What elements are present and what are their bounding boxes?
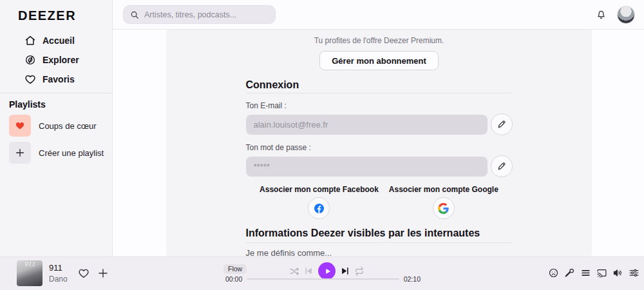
facebook-icon: [313, 202, 325, 215]
sidebar: DEEZER Accueil Explorer Favoris Playlist…: [0, 0, 113, 256]
heart-icon: [15, 121, 25, 131]
volume-button[interactable]: [612, 267, 623, 278]
account-settings-panel: Tu profites de l'offre Deezer Premium. G…: [166, 30, 592, 256]
sidebar-item-accueil[interactable]: Accueil: [0, 31, 112, 50]
playlist-item-coups-de-coeur[interactable]: Coups de cœur: [0, 112, 112, 139]
settings-inner: Tu profites de l'offre Deezer Premium. G…: [246, 36, 513, 256]
plus-icon: [97, 267, 109, 279]
google-link-column: Associer mon compte Google: [389, 185, 498, 219]
email-field[interactable]: [246, 115, 488, 135]
facebook-link-column: Associer mon compte Facebook: [260, 185, 379, 219]
password-field[interactable]: [246, 157, 488, 177]
previous-track-button[interactable]: [304, 266, 314, 276]
play-icon: [323, 267, 332, 275]
pencil-edit-icon: [497, 161, 507, 171]
duration-time: 02:10: [404, 275, 421, 283]
album-art-text: 911: [17, 261, 43, 267]
album-art[interactable]: 911: [17, 260, 43, 286]
user-avatar[interactable]: [617, 6, 635, 24]
search-input[interactable]: [144, 10, 269, 19]
favorite-track-button[interactable]: [78, 267, 90, 279]
next-icon: [340, 266, 350, 276]
dislike-face-icon: [548, 267, 559, 278]
sidebar-item-label: Accueil: [43, 35, 75, 46]
email-field-row: [246, 113, 513, 135]
link-facebook-button[interactable]: [308, 197, 330, 219]
social-link-row: Associer mon compte Facebook Associer mo…: [246, 185, 513, 219]
cast-icon: [596, 267, 607, 278]
audio-settings-button[interactable]: [629, 267, 639, 278]
playlists-heading: Playlists: [0, 93, 112, 112]
queue-button[interactable]: [580, 267, 591, 278]
create-playlist-button[interactable]: Créer une playlist: [0, 139, 112, 166]
section-divider: [246, 93, 513, 93]
track-title[interactable]: 911: [49, 263, 68, 273]
plus-icon: [15, 148, 25, 158]
facebook-link-label: Associer mon compte Facebook: [260, 185, 379, 194]
now-playing-info: 911 911 Dano: [17, 260, 109, 286]
track-info: 911 Dano: [49, 263, 68, 284]
topbar: [113, 0, 644, 30]
previous-icon: [304, 266, 314, 276]
home-icon: [24, 35, 36, 46]
edit-email-button[interactable]: [491, 113, 513, 135]
player-bar: 911 911 Dano Flow: [0, 256, 644, 290]
section-divider: [246, 242, 513, 243]
google-icon: [438, 203, 449, 214]
cast-button[interactable]: [596, 267, 607, 278]
create-playlist-tile: [9, 142, 31, 164]
password-label: Ton mot de passe :: [246, 143, 513, 152]
playlist-item-label: Coups de cœur: [39, 121, 97, 131]
dislike-button[interactable]: [548, 267, 559, 278]
next-track-button[interactable]: [340, 266, 350, 276]
pencil-edit-icon: [497, 119, 507, 130]
track-artist[interactable]: Dano: [49, 275, 68, 284]
heart-icon: [24, 73, 36, 85]
topbar-right: [596, 6, 644, 24]
public-info-section-heading: Informations Deezer visibles par les int…: [246, 228, 513, 238]
connection-section-heading: Connexion: [246, 80, 513, 90]
sidebar-item-explorer[interactable]: Explorer: [0, 50, 112, 70]
edit-password-button[interactable]: [491, 155, 513, 177]
microphone-icon: [564, 267, 575, 278]
volume-icon: [612, 267, 623, 278]
search-bar[interactable]: [123, 5, 276, 24]
sidebar-item-label: Favoris: [43, 74, 75, 84]
progress-bar[interactable]: [247, 278, 399, 280]
heart-icon: [78, 267, 90, 279]
premium-offer-note: Tu profites de l'offre Deezer Premium.: [246, 36, 513, 45]
sidebar-nav: Accueil Explorer Favoris: [0, 31, 112, 89]
define-myself-label: Je me définis comme...: [246, 248, 513, 256]
timeline: 00:00 02:10: [225, 275, 421, 283]
flow-badge[interactable]: Flow: [223, 264, 247, 274]
elapsed-time: 00:00: [225, 275, 242, 283]
add-to-playlist-button[interactable]: [97, 267, 109, 279]
deezer-logo: DEEZER: [0, 0, 112, 23]
queue-icon: [580, 267, 591, 278]
email-label: Ton E-mail :: [246, 101, 513, 110]
google-link-label: Associer mon compte Google: [389, 185, 498, 194]
compass-icon: [24, 54, 36, 66]
sidebar-item-favoris[interactable]: Favoris: [0, 70, 112, 89]
favorites-heart-tile: [9, 115, 31, 137]
notifications-bell-button[interactable]: [596, 9, 607, 20]
sliders-icon: [629, 267, 639, 278]
player-right-controls: [548, 267, 639, 278]
manage-subscription-button[interactable]: Gérer mon abonnement: [319, 51, 439, 70]
password-field-row: [246, 155, 513, 177]
search-icon: [130, 10, 139, 19]
lyrics-button[interactable]: [564, 267, 575, 278]
main-content: Tu profites de l'offre Deezer Premium. G…: [113, 30, 644, 256]
sidebar-item-label: Explorer: [43, 55, 79, 65]
link-google-button[interactable]: [433, 197, 455, 219]
playlist-item-label: Créer une playlist: [39, 148, 104, 158]
bell-icon: [596, 9, 607, 20]
